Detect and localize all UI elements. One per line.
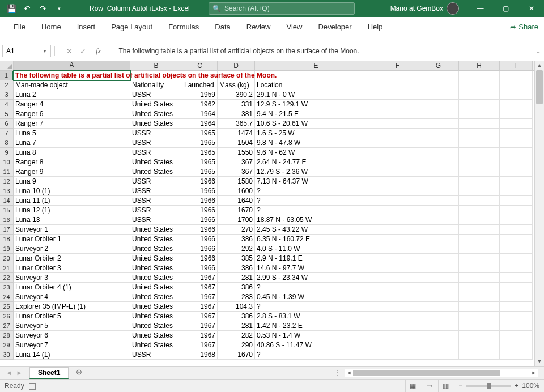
cell-nationality[interactable]: United States bbox=[130, 244, 182, 254]
cell-empty[interactable] bbox=[418, 340, 459, 350]
fx-icon[interactable]: fx bbox=[96, 46, 101, 56]
cell-nationality[interactable]: United States bbox=[130, 157, 182, 167]
cell-location[interactable]: ? bbox=[255, 283, 377, 292]
cell-launched[interactable]: 1966 bbox=[182, 263, 218, 273]
cell-empty[interactable] bbox=[459, 157, 500, 167]
tab-insert[interactable]: Insert bbox=[69, 17, 104, 37]
cell-location[interactable]: 2.45 S - 43.22 W bbox=[255, 225, 377, 235]
row-header[interactable]: 16 bbox=[0, 215, 14, 225]
row-header[interactable]: 6 bbox=[0, 119, 14, 129]
row-header[interactable]: 23 bbox=[0, 283, 14, 292]
cell-nationality[interactable]: USSR bbox=[130, 148, 182, 157]
row-header[interactable]: 13 bbox=[0, 186, 14, 196]
cell-mass[interactable]: 365.7 bbox=[218, 119, 255, 129]
cell-launched[interactable]: 1959 bbox=[182, 90, 218, 100]
cell-object[interactable]: Surveyor 7 bbox=[14, 340, 130, 350]
cell-empty[interactable] bbox=[500, 167, 533, 177]
cell-launched[interactable]: 1966 bbox=[182, 186, 218, 196]
cell-empty[interactable] bbox=[418, 273, 459, 283]
cell-empty[interactable] bbox=[377, 206, 418, 215]
cell-mass[interactable]: 1670 bbox=[218, 206, 255, 215]
cell-empty[interactable] bbox=[500, 129, 533, 138]
cell-empty[interactable] bbox=[500, 225, 533, 235]
sheet-next-icon[interactable]: ► bbox=[15, 369, 24, 376]
row-header[interactable]: 9 bbox=[0, 148, 14, 157]
cell-empty[interactable] bbox=[377, 157, 418, 167]
row-header[interactable]: 28 bbox=[0, 331, 14, 340]
tab-data[interactable]: Data bbox=[207, 17, 238, 37]
cell-object[interactable]: Ranger 8 bbox=[14, 157, 130, 167]
row-header[interactable]: 20 bbox=[0, 254, 14, 263]
tab-review[interactable]: Review bbox=[239, 17, 279, 37]
cell-empty[interactable] bbox=[377, 148, 418, 157]
cell-empty[interactable] bbox=[500, 157, 533, 167]
cell-empty[interactable] bbox=[377, 138, 418, 148]
cell-nationality[interactable]: United States bbox=[130, 235, 182, 244]
cell-mass[interactable]: 1640 bbox=[218, 196, 255, 206]
cell-mass[interactable]: 282 bbox=[218, 331, 255, 340]
cell-mass[interactable]: 1474 bbox=[218, 129, 255, 138]
cell-empty[interactable] bbox=[418, 292, 459, 302]
cell-empty[interactable] bbox=[459, 321, 500, 331]
cell-object[interactable]: Ranger 7 bbox=[14, 119, 130, 129]
cell-object[interactable]: Surveyor 2 bbox=[14, 244, 130, 254]
cell-empty[interactable] bbox=[459, 312, 500, 321]
cell-object[interactable]: Surveyor 3 bbox=[14, 273, 130, 283]
cell-empty[interactable] bbox=[459, 129, 500, 138]
cell-empty[interactable] bbox=[459, 119, 500, 129]
cell-object[interactable]: Luna 11 (1) bbox=[14, 196, 130, 206]
cell-location[interactable]: 0.45 N - 1.39 W bbox=[255, 292, 377, 302]
share-button[interactable]: ➦ Share bbox=[510, 23, 538, 31]
cell-nationality[interactable]: United States bbox=[130, 100, 182, 109]
chevron-down-icon[interactable]: ▼ bbox=[42, 49, 47, 54]
cell-empty[interactable] bbox=[377, 215, 418, 225]
cell-mass[interactable]: 1670 bbox=[218, 350, 255, 360]
cell-empty[interactable] bbox=[459, 302, 500, 312]
cell-header[interactable]: Location bbox=[255, 80, 377, 90]
cell-launched[interactable]: 1965 bbox=[182, 129, 218, 138]
row-header[interactable]: 22 bbox=[0, 273, 14, 283]
cell-mass[interactable]: 386 bbox=[218, 283, 255, 292]
cell-empty[interactable] bbox=[418, 312, 459, 321]
cell-empty[interactable] bbox=[459, 215, 500, 225]
cell-empty[interactable] bbox=[500, 148, 533, 157]
cell-empty[interactable] bbox=[459, 350, 500, 360]
cell-empty[interactable] bbox=[500, 80, 533, 90]
cell-nationality[interactable]: United States bbox=[130, 283, 182, 292]
cell-launched[interactable]: 1967 bbox=[182, 340, 218, 350]
column-header-A[interactable]: A bbox=[14, 61, 130, 71]
cell-nationality[interactable]: United States bbox=[130, 254, 182, 263]
cell-nationality[interactable]: USSR bbox=[130, 129, 182, 138]
cell-launched[interactable]: 1966 bbox=[182, 215, 218, 225]
cell-mass[interactable]: 290 bbox=[218, 340, 255, 350]
cell-empty[interactable] bbox=[459, 283, 500, 292]
cell-nationality[interactable]: USSR bbox=[130, 177, 182, 186]
cell-object[interactable]: Lunar Orbiter 2 bbox=[14, 254, 130, 263]
cell-location[interactable]: 2.8 S - 83.1 W bbox=[255, 312, 377, 321]
cell-empty[interactable] bbox=[377, 119, 418, 129]
cell-location[interactable]: ? bbox=[255, 196, 377, 206]
cell-empty[interactable] bbox=[500, 177, 533, 186]
cell-empty[interactable] bbox=[377, 235, 418, 244]
cell-nationality[interactable]: United States bbox=[130, 292, 182, 302]
cell-empty[interactable] bbox=[418, 90, 459, 100]
cell-launched[interactable]: 1964 bbox=[182, 109, 218, 119]
cell-mass[interactable]: 385 bbox=[218, 254, 255, 263]
cell-object[interactable]: Luna 5 bbox=[14, 129, 130, 138]
cell-nationality[interactable]: USSR bbox=[130, 90, 182, 100]
zoom-slider[interactable] bbox=[466, 385, 511, 387]
cell-launched[interactable]: 1965 bbox=[182, 148, 218, 157]
horizontal-scrollbar[interactable]: ◄ ► bbox=[345, 369, 538, 377]
name-box[interactable]: A1 ▼ bbox=[2, 45, 51, 57]
sheet-tab-active[interactable]: Sheet1 bbox=[29, 367, 69, 379]
cell-nationality[interactable]: United States bbox=[130, 331, 182, 340]
cell-empty[interactable] bbox=[459, 331, 500, 340]
zoom-in-button[interactable]: + bbox=[515, 382, 518, 390]
tab-view[interactable]: View bbox=[278, 17, 310, 37]
cell-empty[interactable] bbox=[377, 340, 418, 350]
cell-mass[interactable]: 367 bbox=[218, 157, 255, 167]
cell-location[interactable]: 12.9 S - 129.1 W bbox=[255, 100, 377, 109]
cell-launched[interactable]: 1965 bbox=[182, 167, 218, 177]
row-header[interactable]: 4 bbox=[0, 100, 14, 109]
row-header[interactable]: 30 bbox=[0, 350, 14, 360]
